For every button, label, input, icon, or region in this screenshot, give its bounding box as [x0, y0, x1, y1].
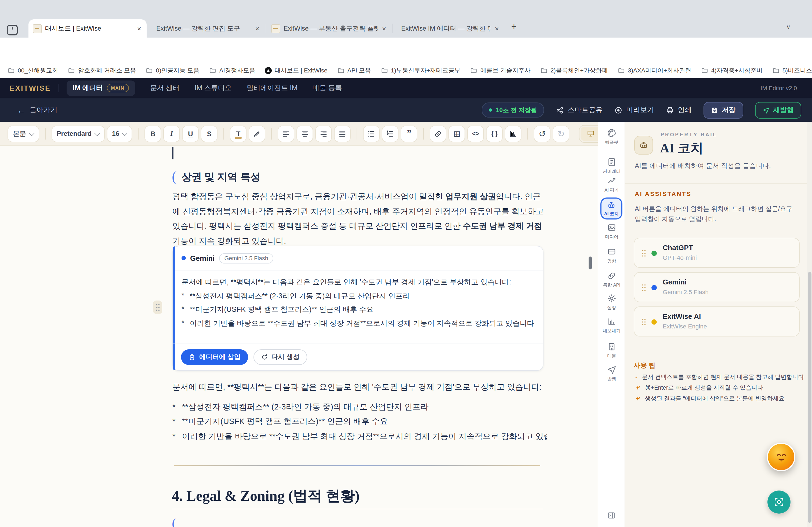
redo-button[interactable]: ↻ — [553, 125, 569, 142]
chevron-down-icon — [28, 130, 35, 136]
page-scrollbar-track[interactable] — [807, 122, 812, 527]
nav-item-multiagent[interactable]: 멀티에이전트 IM — [247, 84, 298, 93]
nav-item-im-studio[interactable]: IM 스튜디오 — [195, 84, 232, 93]
underline-button[interactable]: U — [182, 125, 199, 142]
back-button[interactable]: ← 돌아가기 — [17, 105, 57, 115]
exitwise-favicon — [271, 24, 280, 33]
close-icon[interactable]: × — [494, 25, 500, 32]
table-button[interactable]: ⊞ — [448, 125, 465, 142]
paragraph-style-select[interactable]: 본문 — [8, 125, 39, 142]
heading-underline — [172, 509, 543, 509]
bold-button[interactable]: B — [144, 125, 161, 142]
monitor-icon — [587, 130, 595, 137]
drag-handle-icon[interactable] — [642, 318, 646, 326]
assistant-card-chatgpt[interactable]: ChatGPT GPT-4o-mini — [634, 238, 800, 268]
rail-item-export[interactable]: 내보내기 — [598, 317, 625, 334]
numbered-list-button[interactable] — [382, 125, 398, 142]
assistant-card-gemini[interactable]: Gemini Gemini 2.5 Flash — [634, 272, 800, 302]
rail-item-settings[interactable]: 설정 — [598, 293, 625, 311]
bookmark-folder[interactable]: 2)블록체인+가상화폐 — [540, 66, 608, 74]
bullet-list-button[interactable] — [363, 125, 380, 142]
assistant-card-exitwise[interactable]: ExitWise AI ExitWise Engine — [634, 306, 800, 336]
bookmark-folder[interactable]: 0)인공지능 모음 — [146, 66, 200, 74]
undo-button[interactable]: ↺ — [534, 125, 550, 142]
rail-item-listing[interactable]: 매물 — [598, 342, 625, 359]
bookmark-folder[interactable]: 4)자격증+시험준비 — [701, 66, 762, 74]
tab-divider — [266, 24, 266, 33]
bookmark-folder[interactable]: 3)AXA미디어+회사관련 — [618, 66, 692, 74]
document-canvas[interactable]: ( 상권 및 지역 특성 평택 합정동은 구도심 중심 상업지구로, 금융기관·… — [0, 146, 598, 527]
nav-item-listing[interactable]: 매물 등록 — [313, 84, 342, 93]
align-right-button[interactable] — [315, 125, 332, 142]
save-icon — [711, 107, 718, 114]
italic-button[interactable]: I — [163, 125, 180, 142]
ai-provider-name: Gemini — [190, 254, 215, 262]
image-icon — [607, 223, 617, 232]
block-drag-handle[interactable] — [153, 301, 162, 314]
nav-item-im-editor[interactable]: IM 에디터 MAIN — [66, 80, 135, 96]
tab-search-icon[interactable] — [7, 25, 18, 35]
collapse-panel-icon[interactable] — [607, 511, 616, 520]
rail-item-media[interactable]: 미디어 — [598, 223, 625, 240]
page-scrollbar-thumb[interactable] — [808, 272, 811, 523]
scan-button[interactable] — [767, 491, 791, 514]
rail-item-api[interactable]: 통합 API — [598, 271, 625, 288]
font-family-select[interactable]: Pretendard — [51, 125, 104, 142]
ai-card-header: Gemini Gemini 2.5 Flash — [173, 246, 543, 270]
highlighter-button[interactable] — [249, 125, 265, 142]
exitwise-logo[interactable]: EXITWISE — [10, 84, 51, 92]
bookmark-folder[interactable]: AI경쟁사모음 — [209, 66, 255, 74]
editor-scrollbar-thumb[interactable] — [589, 257, 592, 269]
save-button[interactable]: 저장 — [704, 102, 743, 118]
print-button[interactable]: 인쇄 — [666, 105, 692, 115]
close-icon[interactable]: × — [381, 25, 387, 32]
nav-item-doc-center[interactable]: 문서 센터 — [150, 84, 180, 93]
rail-item-ai-coach[interactable]: AI 코치 — [600, 197, 622, 220]
regenerate-button[interactable]: 다시 생성 — [253, 349, 307, 365]
braces-button[interactable]: { } — [486, 125, 503, 142]
blockquote-button[interactable]: ” — [401, 125, 417, 142]
republish-button[interactable]: 재발행 — [755, 102, 801, 118]
text-color-button[interactable]: T — [230, 125, 246, 142]
chart-button[interactable] — [505, 125, 521, 142]
drag-handle-icon[interactable] — [642, 284, 646, 291]
rail-item-ai-eval[interactable]: AI 평가 — [598, 176, 625, 193]
rail-item-template[interactable]: 템플릿 — [598, 128, 625, 146]
tab-overflow-chevron-icon[interactable]: ∨ — [786, 24, 791, 31]
bookmark-folder[interactable]: 5)비즈니스+사업아이템 — [772, 66, 812, 74]
rail-item-businesscard[interactable]: 명함 — [598, 247, 625, 264]
close-icon[interactable]: × — [254, 25, 260, 32]
emoji-assistant-button[interactable] — [767, 443, 795, 471]
rail-item-publish[interactable]: 발행 — [598, 365, 625, 382]
preview-button[interactable]: 미리보기 — [614, 105, 654, 115]
link-button[interactable] — [430, 125, 446, 142]
bookmark-folder[interactable]: 암호화폐 거래소 모음 — [68, 66, 136, 74]
sidebar-divider — [625, 183, 812, 183]
tab-dashboard[interactable]: 대시보드 | ExitWise × — [28, 19, 147, 37]
gemini-dot-icon — [651, 285, 657, 290]
align-left-button[interactable] — [278, 125, 294, 142]
doc-bullet: ***미군기지(USFK 평택 캠프 험프리스)** 인근의 배후 수요 — [172, 417, 547, 427]
drag-handle-icon[interactable] — [642, 250, 646, 257]
tab-im-editor[interactable]: ExitWise IM 에디터 — 강력한 편집 도구 × — [394, 19, 504, 37]
tab-editor[interactable]: ExitWise — 강력한 편집 도구 × — [149, 19, 265, 37]
align-center-button[interactable] — [296, 125, 313, 142]
new-tab-button[interactable]: + — [511, 21, 517, 32]
strikethrough-button[interactable]: S — [201, 125, 218, 142]
insert-to-editor-button[interactable]: 에디터에 삽입 — [181, 349, 248, 365]
editor-toolbar: 본문 Pretendard 16 B I U S T ” ⊞ <> { — [0, 122, 598, 146]
close-icon[interactable]: × — [136, 25, 142, 32]
font-size-select[interactable]: 16 — [106, 125, 132, 142]
smart-share-button[interactable]: 스마트공유 — [556, 105, 603, 115]
bookmark-folder[interactable]: 00_산해원교회 — [8, 66, 58, 74]
code-button[interactable]: <> — [467, 125, 484, 142]
rail-item-coverletter[interactable]: 커버레터 — [598, 157, 625, 175]
app-nav: EXITWISE IM 에디터 MAIN 문서 센터 IM 스튜디오 멀티에이전… — [0, 78, 812, 98]
tab-platform[interactable]: ExitWise — 부동산 출구전략 플랫폼 × — [267, 19, 392, 37]
bookmark-folder[interactable]: 에콜브 기술지주사 — [470, 66, 531, 74]
bookmark-folder[interactable]: API 모음 — [337, 66, 371, 74]
bookmark-dashboard[interactable]: 대시보드 | ExitWise — [265, 66, 328, 74]
tip-item: 생성된 결과를 “에디터에 삽입”으로 본문에 반영하세요 — [635, 395, 804, 403]
align-justify-button[interactable] — [334, 125, 351, 142]
bookmark-folder[interactable]: 1)부동산투자+재테크공부 — [380, 66, 460, 74]
